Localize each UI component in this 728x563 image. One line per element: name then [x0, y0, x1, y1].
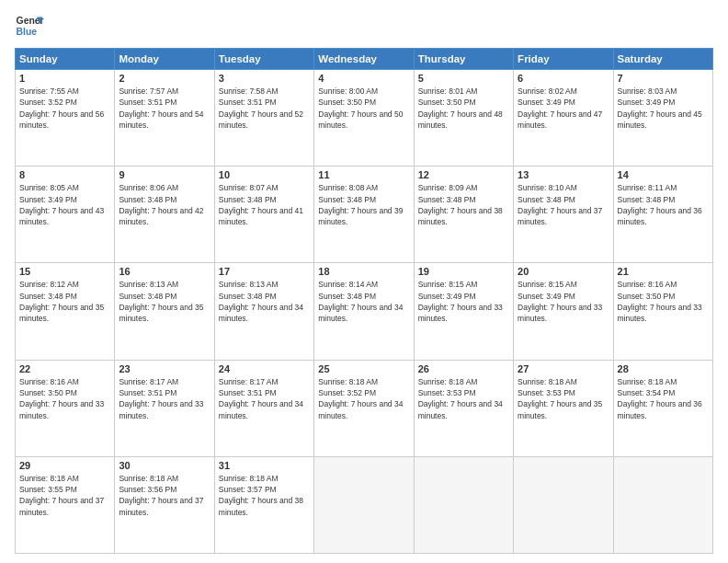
day-number: 25 [318, 363, 409, 374]
day-number: 22 [19, 363, 110, 374]
day-number: 19 [418, 266, 509, 277]
calendar-cell: 1Sunrise: 7:55 AMSunset: 3:52 PMDaylight… [16, 70, 115, 167]
day-info: Sunrise: 8:18 AMSunset: 3:55 PMDaylight:… [19, 473, 110, 518]
day-info: Sunrise: 8:18 AMSunset: 3:53 PMDaylight:… [418, 376, 509, 421]
day-info: Sunrise: 8:18 AMSunset: 3:54 PMDaylight:… [618, 376, 709, 421]
calendar-row-0: 1Sunrise: 7:55 AMSunset: 3:52 PMDaylight… [16, 70, 713, 167]
logo: General Blue [15, 11, 44, 40]
day-number: 13 [518, 169, 609, 180]
day-info: Sunrise: 8:18 AMSunset: 3:57 PMDaylight:… [219, 473, 310, 518]
day-number: 7 [618, 73, 709, 84]
calendar-row-1: 8Sunrise: 8:05 AMSunset: 3:49 PMDaylight… [16, 167, 713, 263]
day-info: Sunrise: 8:06 AMSunset: 3:48 PMDaylight:… [119, 182, 210, 227]
calendar-cell: 23Sunrise: 8:17 AMSunset: 3:51 PMDayligh… [115, 360, 214, 456]
calendar-cell [314, 456, 414, 553]
day-info: Sunrise: 8:09 AMSunset: 3:48 PMDaylight:… [418, 182, 509, 227]
calendar-cell: 11Sunrise: 8:08 AMSunset: 3:48 PMDayligh… [314, 167, 414, 263]
day-number: 3 [219, 73, 310, 84]
day-info: Sunrise: 8:13 AMSunset: 3:48 PMDaylight:… [119, 279, 210, 324]
calendar-cell: 4Sunrise: 8:00 AMSunset: 3:50 PMDaylight… [314, 70, 414, 167]
day-info: Sunrise: 8:05 AMSunset: 3:49 PMDaylight:… [19, 182, 110, 227]
calendar-cell: 10Sunrise: 8:07 AMSunset: 3:48 PMDayligh… [214, 167, 313, 263]
day-number: 8 [19, 169, 110, 180]
day-info: Sunrise: 8:03 AMSunset: 3:49 PMDaylight:… [618, 86, 709, 131]
calendar-cell: 30Sunrise: 8:18 AMSunset: 3:56 PMDayligh… [115, 456, 214, 553]
day-number: 28 [618, 363, 709, 374]
day-number: 16 [119, 266, 210, 277]
calendar-cell: 6Sunrise: 8:02 AMSunset: 3:49 PMDaylight… [514, 70, 613, 167]
day-header-sunday: Sunday [16, 49, 115, 70]
day-number: 31 [219, 460, 310, 471]
day-info: Sunrise: 8:01 AMSunset: 3:50 PMDaylight:… [418, 86, 509, 131]
day-header-thursday: Thursday [414, 49, 513, 70]
day-info: Sunrise: 8:17 AMSunset: 3:51 PMDaylight:… [119, 376, 210, 421]
day-info: Sunrise: 8:18 AMSunset: 3:56 PMDaylight:… [119, 473, 210, 518]
calendar-cell [613, 456, 712, 553]
page: General Blue SundayMondayTuesdayWednesda… [0, 0, 728, 563]
calendar-cell: 3Sunrise: 7:58 AMSunset: 3:51 PMDaylight… [214, 70, 313, 167]
calendar-cell: 29Sunrise: 8:18 AMSunset: 3:55 PMDayligh… [16, 456, 115, 553]
calendar-cell: 18Sunrise: 8:14 AMSunset: 3:48 PMDayligh… [314, 263, 414, 360]
day-info: Sunrise: 8:18 AMSunset: 3:53 PMDaylight:… [518, 376, 609, 421]
day-number: 9 [119, 169, 210, 180]
day-info: Sunrise: 8:16 AMSunset: 3:50 PMDaylight:… [618, 279, 709, 324]
day-number: 1 [19, 73, 110, 84]
day-info: Sunrise: 8:00 AMSunset: 3:50 PMDaylight:… [318, 86, 409, 131]
day-info: Sunrise: 8:08 AMSunset: 3:48 PMDaylight:… [318, 182, 409, 227]
day-info: Sunrise: 8:11 AMSunset: 3:48 PMDaylight:… [618, 182, 709, 227]
day-header-wednesday: Wednesday [314, 49, 414, 70]
calendar-cell: 8Sunrise: 8:05 AMSunset: 3:49 PMDaylight… [16, 167, 115, 263]
day-info: Sunrise: 8:13 AMSunset: 3:48 PMDaylight:… [219, 279, 310, 324]
day-number: 24 [219, 363, 310, 374]
calendar-cell: 21Sunrise: 8:16 AMSunset: 3:50 PMDayligh… [613, 263, 712, 360]
header: General Blue [15, 11, 713, 40]
day-info: Sunrise: 8:15 AMSunset: 3:49 PMDaylight:… [418, 279, 509, 324]
day-number: 20 [518, 266, 609, 277]
calendar-row-4: 29Sunrise: 8:18 AMSunset: 3:55 PMDayligh… [16, 456, 713, 553]
day-number: 15 [19, 266, 110, 277]
calendar-cell: 17Sunrise: 8:13 AMSunset: 3:48 PMDayligh… [214, 263, 313, 360]
day-info: Sunrise: 8:10 AMSunset: 3:48 PMDaylight:… [518, 182, 609, 227]
day-number: 10 [219, 169, 310, 180]
day-info: Sunrise: 7:58 AMSunset: 3:51 PMDaylight:… [219, 86, 310, 131]
calendar-cell: 19Sunrise: 8:15 AMSunset: 3:49 PMDayligh… [414, 263, 513, 360]
day-number: 4 [318, 73, 409, 84]
calendar-cell: 15Sunrise: 8:12 AMSunset: 3:48 PMDayligh… [16, 263, 115, 360]
calendar-cell: 9Sunrise: 8:06 AMSunset: 3:48 PMDaylight… [115, 167, 214, 263]
calendar-cell: 31Sunrise: 8:18 AMSunset: 3:57 PMDayligh… [214, 456, 313, 553]
calendar: SundayMondayTuesdayWednesdayThursdayFrid… [15, 48, 713, 554]
day-number: 26 [418, 363, 509, 374]
day-info: Sunrise: 8:02 AMSunset: 3:49 PMDaylight:… [518, 86, 609, 131]
day-number: 6 [518, 73, 609, 84]
logo-icon: General Blue [15, 11, 44, 40]
calendar-cell: 27Sunrise: 8:18 AMSunset: 3:53 PMDayligh… [514, 360, 613, 456]
day-info: Sunrise: 8:14 AMSunset: 3:48 PMDaylight:… [318, 279, 409, 324]
day-number: 30 [119, 460, 210, 471]
day-number: 21 [618, 266, 709, 277]
calendar-cell: 20Sunrise: 8:15 AMSunset: 3:49 PMDayligh… [514, 263, 613, 360]
calendar-cell [414, 456, 513, 553]
day-number: 12 [418, 169, 509, 180]
calendar-cell: 16Sunrise: 8:13 AMSunset: 3:48 PMDayligh… [115, 263, 214, 360]
day-info: Sunrise: 8:18 AMSunset: 3:52 PMDaylight:… [318, 376, 409, 421]
day-number: 27 [518, 363, 609, 374]
day-info: Sunrise: 8:16 AMSunset: 3:50 PMDaylight:… [19, 376, 110, 421]
day-number: 18 [318, 266, 409, 277]
day-number: 5 [418, 73, 509, 84]
calendar-row-3: 22Sunrise: 8:16 AMSunset: 3:50 PMDayligh… [16, 360, 713, 456]
calendar-cell: 24Sunrise: 8:17 AMSunset: 3:51 PMDayligh… [214, 360, 313, 456]
day-number: 2 [119, 73, 210, 84]
calendar-cell [514, 456, 613, 553]
day-info: Sunrise: 8:15 AMSunset: 3:49 PMDaylight:… [518, 279, 609, 324]
svg-text:Blue: Blue [17, 27, 38, 37]
day-header-saturday: Saturday [613, 49, 712, 70]
day-number: 17 [219, 266, 310, 277]
calendar-cell: 25Sunrise: 8:18 AMSunset: 3:52 PMDayligh… [314, 360, 414, 456]
day-header-tuesday: Tuesday [214, 49, 313, 70]
calendar-cell: 26Sunrise: 8:18 AMSunset: 3:53 PMDayligh… [414, 360, 513, 456]
day-header-monday: Monday [115, 49, 214, 70]
day-number: 14 [618, 169, 709, 180]
day-info: Sunrise: 8:17 AMSunset: 3:51 PMDaylight:… [219, 376, 310, 421]
day-number: 23 [119, 363, 210, 374]
calendar-cell: 14Sunrise: 8:11 AMSunset: 3:48 PMDayligh… [613, 167, 712, 263]
